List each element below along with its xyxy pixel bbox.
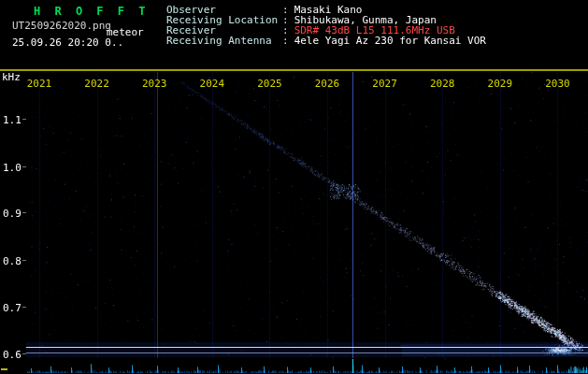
x-tick-label: 2030: [545, 78, 570, 90]
x-tick-label: 2025: [257, 78, 282, 90]
info-line-receiving-antenna: Receiving Antenna:4ele Yagi Az 230 for K…: [166, 36, 486, 46]
frequency-unit-label: kHz: [2, 71, 21, 83]
y-tick-label: 1.0: [3, 162, 22, 174]
y-tick-label: 1.1: [3, 114, 22, 126]
x-tick-label: 2024: [200, 78, 225, 90]
header-separator: [0, 69, 588, 71]
output-filename: UT2509262020.png: [12, 20, 111, 32]
x-tick-label: 2021: [27, 78, 52, 90]
x-tick-label: 2022: [84, 78, 109, 90]
y-tick-label: 0.9: [3, 208, 22, 220]
y-tick-label: 0.8: [3, 255, 22, 267]
timestamp: 25.09.26 20:20 0..: [12, 36, 123, 49]
level-meter-mark: [1, 368, 7, 370]
info-value: 4ele Yagi Az 230 for Kansai VOR: [294, 35, 486, 47]
spectrogram-canvas: [0, 0, 588, 374]
y-tick-label: 0.7: [3, 302, 22, 314]
x-tick-label: 2026: [315, 78, 340, 90]
x-tick-label: 2029: [488, 78, 513, 90]
info-label: Receiving Antenna: [166, 36, 282, 46]
station-info: Observer:Masaki KanoReceiving Location:S…: [166, 5, 486, 46]
y-tick-label: 0.6: [3, 349, 22, 361]
info-separator: :: [282, 35, 294, 47]
x-tick-label: 2027: [372, 78, 397, 90]
x-tick-label: 2028: [430, 78, 455, 90]
x-tick-label: 2023: [142, 78, 167, 90]
app-title: H R O F F T: [34, 5, 149, 18]
hrofft-window: H R O F F T UT2509262020.png meteor 25.0…: [0, 0, 588, 374]
